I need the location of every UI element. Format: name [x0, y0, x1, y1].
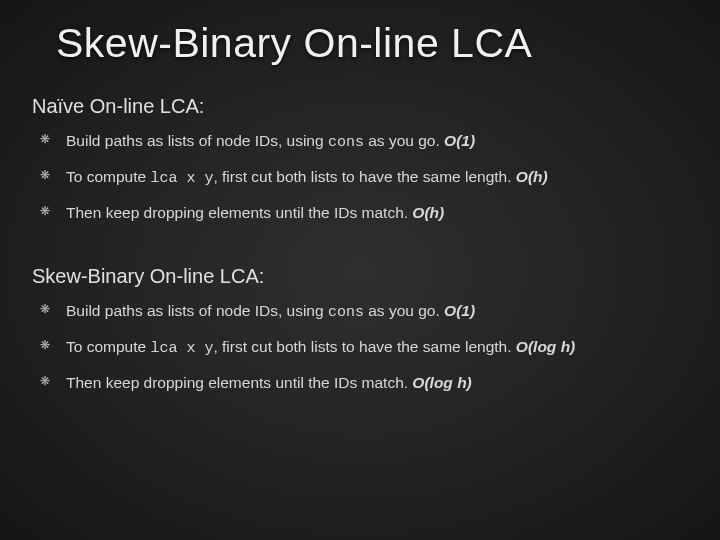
bullet-text: as you go.: [364, 132, 444, 149]
complexity-text: O(h): [412, 204, 444, 221]
bullet-list: Build paths as lists of node IDs, using …: [32, 300, 688, 395]
bullet-text: Build paths as lists of node IDs, using: [66, 302, 328, 319]
list-item: Build paths as lists of node IDs, using …: [62, 130, 688, 154]
section-skew: Skew-Binary On-line LCA: Build paths as …: [32, 265, 688, 395]
slide-title: Skew-Binary On-line LCA: [56, 20, 688, 67]
slide: Skew-Binary On-line LCA Naïve On-line LC…: [0, 0, 720, 540]
list-item: Build paths as lists of node IDs, using …: [62, 300, 688, 324]
list-item: To compute lca x y, first cut both lists…: [62, 336, 688, 360]
code-text: cons: [328, 134, 364, 151]
section-naive: Naïve On-line LCA: Build paths as lists …: [32, 95, 688, 225]
code-text: cons: [328, 304, 364, 321]
bullet-text: To compute: [66, 168, 150, 185]
complexity-text: O(1): [444, 302, 475, 319]
complexity-text: O(log h): [516, 338, 575, 355]
list-item: Then keep dropping elements until the ID…: [62, 202, 688, 226]
complexity-text: O(log h): [412, 374, 471, 391]
bullet-text: , first cut both lists to have the same …: [213, 168, 515, 185]
bullet-text: Build paths as lists of node IDs, using: [66, 132, 328, 149]
bullet-text: , first cut both lists to have the same …: [213, 338, 515, 355]
bullet-text: Then keep dropping elements until the ID…: [66, 204, 412, 221]
section-heading: Skew-Binary On-line LCA:: [32, 265, 688, 288]
complexity-text: O(1): [444, 132, 475, 149]
section-heading: Naïve On-line LCA:: [32, 95, 688, 118]
complexity-text: O(h): [516, 168, 548, 185]
bullet-text: as you go.: [364, 302, 444, 319]
code-text: lca x y: [150, 340, 213, 357]
list-item: Then keep dropping elements until the ID…: [62, 372, 688, 396]
bullet-text: To compute: [66, 338, 150, 355]
code-text: lca x y: [150, 170, 213, 187]
bullet-text: Then keep dropping elements until the ID…: [66, 374, 412, 391]
bullet-list: Build paths as lists of node IDs, using …: [32, 130, 688, 225]
list-item: To compute lca x y, first cut both lists…: [62, 166, 688, 190]
